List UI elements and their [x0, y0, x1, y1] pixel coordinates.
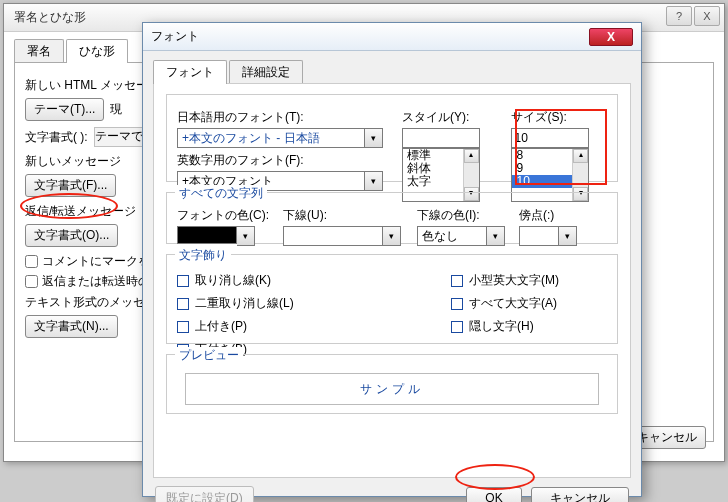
checkbox-super[interactable]	[177, 321, 189, 333]
font-color-drop[interactable]: ▾	[177, 226, 269, 246]
size-input[interactable]	[511, 128, 589, 148]
chevron-down-icon[interactable]: ▾	[237, 226, 255, 246]
checkbox-strike[interactable]	[177, 275, 189, 287]
label-strike: 取り消し線(K)	[195, 272, 271, 289]
back-title-text: 署名とひな形	[14, 9, 86, 26]
cancel-button[interactable]: キャンセル	[531, 487, 629, 502]
preview-box: サンプル	[185, 373, 599, 405]
label-super: 上付き(P)	[195, 318, 247, 335]
scroll-up-icon[interactable]: ▴	[464, 149, 479, 163]
font-tabs: フォント 詳細設定	[143, 51, 641, 83]
color-swatch	[177, 226, 237, 244]
checkbox-allcaps[interactable]	[451, 298, 463, 310]
chevron-down-icon[interactable]: ▾	[365, 171, 383, 191]
fontfmt-f-button[interactable]: 文字書式(F)...	[25, 174, 116, 197]
jp-font-combo[interactable]: ▾	[177, 128, 388, 148]
preview-text: サンプル	[360, 381, 424, 398]
label-dstrike: 二重取り消し線(L)	[195, 295, 294, 312]
legend-preview: プレビュー	[175, 347, 243, 364]
font-body: 日本語用のフォント(T): ▾ 英数字用のフォント(F): ▾ スタイル(Y):	[153, 83, 631, 478]
chevron-down-icon[interactable]: ▾	[383, 226, 401, 246]
label-underline-color: 下線の色(I):	[417, 207, 505, 224]
close-icon[interactable]: X	[589, 28, 633, 46]
label-en-font: 英数字用のフォント(F):	[177, 152, 388, 169]
tab-advanced[interactable]: 詳細設定	[229, 60, 303, 84]
ok-button[interactable]: OK	[466, 487, 521, 502]
font-title-text: フォント	[151, 28, 199, 45]
fontfmt-o-button[interactable]: 文字書式(O)...	[25, 224, 118, 247]
checkbox-dstrike[interactable]	[177, 298, 189, 310]
emphasis-value	[519, 226, 559, 246]
fontfmt-n-button[interactable]: 文字書式(N)...	[25, 315, 118, 338]
legend-decoration: 文字飾り	[175, 247, 231, 264]
legend-all-chars: すべての文字列	[175, 185, 267, 202]
chevron-down-icon[interactable]: ▾	[559, 226, 577, 246]
jp-font-input[interactable]	[177, 128, 365, 148]
chevron-down-icon[interactable]: ▾	[365, 128, 383, 148]
underline-value	[283, 226, 383, 246]
label-current: 現	[110, 101, 122, 118]
tab-font[interactable]: フォント	[153, 60, 227, 84]
style-input[interactable]	[402, 128, 480, 148]
label-style: スタイル(Y):	[402, 109, 498, 126]
emphasis-drop[interactable]: ▾	[519, 226, 577, 246]
theme-button[interactable]: テーマ(T)...	[25, 98, 104, 121]
theme-font-disabled-input: テーマで	[94, 127, 144, 147]
font-dialog: フォント X フォント 詳細設定 日本語用のフォント(T): ▾ 英数字用のフォ…	[142, 22, 642, 497]
underline-drop[interactable]: ▾	[283, 226, 403, 246]
checkbox-smallcaps[interactable]	[451, 275, 463, 287]
label-font-color: フォントの色(C):	[177, 207, 269, 224]
label-repeat-header: 返信または転送時の	[42, 273, 150, 290]
label-emphasis: 傍点(:)	[519, 207, 577, 224]
label-hidden: 隠し文字(H)	[469, 318, 534, 335]
tab-signature[interactable]: 署名	[14, 39, 64, 63]
checkbox-repeat-header[interactable]	[25, 275, 38, 288]
label-allcaps: すべて大文字(A)	[469, 295, 557, 312]
chevron-down-icon[interactable]: ▾	[487, 226, 505, 246]
help-icon[interactable]: ?	[666, 6, 692, 26]
label-underline: 下線(U):	[283, 207, 403, 224]
label-font-prefix: 文字書式( ):	[25, 129, 88, 146]
font-titlebar[interactable]: フォント X	[143, 23, 641, 51]
font-footer: 既定に設定(D) OK キャンセル	[143, 486, 641, 502]
close-icon[interactable]: X	[694, 6, 720, 26]
scroll-up-icon[interactable]: ▴	[573, 149, 588, 163]
tab-stationery[interactable]: ひな形	[66, 39, 128, 63]
set-default-button: 既定に設定(D)	[155, 486, 254, 502]
underline-color-value: 色なし	[417, 226, 487, 246]
checkbox-mark-comment[interactable]	[25, 255, 38, 268]
checkbox-hidden[interactable]	[451, 321, 463, 333]
underline-color-drop[interactable]: 色なし▾	[417, 226, 505, 246]
label-smallcaps: 小型英大文字(M)	[469, 272, 559, 289]
label-size: サイズ(S):	[511, 109, 607, 126]
label-jp-font: 日本語用のフォント(T):	[177, 109, 388, 126]
